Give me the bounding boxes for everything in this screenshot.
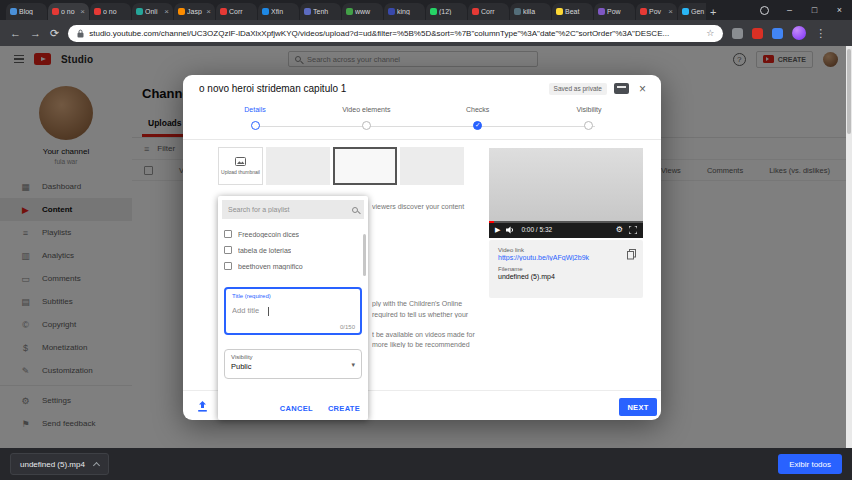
player-progress-bar[interactable] bbox=[489, 221, 643, 223]
tab-favicon-icon bbox=[346, 8, 353, 15]
stepper-line bbox=[255, 126, 595, 127]
fullscreen-icon[interactable] bbox=[629, 226, 637, 234]
stepper-step[interactable]: Visibility ✓ bbox=[543, 106, 635, 138]
step-label: Details bbox=[209, 106, 301, 117]
browser-tab[interactable]: Pow bbox=[594, 3, 635, 20]
close-dialog-icon[interactable]: × bbox=[636, 82, 649, 96]
char-counter: 0/150 bbox=[340, 324, 355, 330]
playlist-option[interactable]: beethoven magnifico bbox=[224, 258, 362, 274]
page-scrollbar[interactable] bbox=[846, 46, 852, 448]
thumbnail-option[interactable] bbox=[400, 147, 464, 185]
address-bar[interactable]: ☆ bbox=[68, 25, 723, 42]
tab-title: king bbox=[397, 8, 419, 15]
browser-menu-icon[interactable]: ⋮ bbox=[815, 28, 826, 39]
browser-tab[interactable]: king bbox=[384, 3, 425, 20]
url-input[interactable] bbox=[89, 29, 701, 38]
tab-list: Blog o no × o no Onli bbox=[6, 3, 706, 20]
create-playlist-button[interactable]: CREATE bbox=[328, 404, 360, 413]
extension-icon[interactable] bbox=[752, 28, 763, 39]
step-circle-icon: ✓ bbox=[362, 121, 371, 130]
tab-favicon-icon bbox=[682, 8, 689, 15]
playlist-actions: CANCEL CREATE bbox=[280, 404, 360, 413]
tab-close-icon[interactable]: × bbox=[80, 8, 85, 16]
step-label: Checks bbox=[432, 106, 524, 117]
thumbnail-option[interactable] bbox=[266, 147, 330, 185]
playlist-search-input[interactable] bbox=[228, 206, 348, 213]
player-settings-icon[interactable]: ⚙ bbox=[616, 226, 623, 234]
back-icon[interactable]: ← bbox=[10, 28, 21, 39]
tab-favicon-icon bbox=[598, 8, 605, 15]
download-item[interactable]: undefined (5).mp4 bbox=[10, 453, 109, 475]
chevron-up-icon[interactable] bbox=[93, 461, 100, 468]
tab-close-icon[interactable]: × bbox=[668, 8, 673, 16]
checkbox-icon[interactable] bbox=[224, 230, 232, 238]
browser-tab[interactable]: (12) bbox=[426, 3, 467, 20]
lock-icon bbox=[77, 29, 84, 38]
tab-close-icon[interactable]: × bbox=[164, 8, 169, 16]
browser-profile-avatar[interactable] bbox=[792, 26, 806, 40]
browser-tab[interactable]: Gen bbox=[678, 3, 706, 20]
tab-title: Blog bbox=[19, 8, 41, 15]
new-playlist-title-field[interactable]: Title (required) 0/150 bbox=[224, 287, 362, 335]
details-text-fragment: ply with the Children's Online bbox=[372, 300, 485, 307]
browser-tab[interactable]: Tenh bbox=[300, 3, 341, 20]
browser-tab[interactable]: o no × bbox=[48, 3, 89, 20]
checkbox-icon[interactable] bbox=[224, 262, 232, 270]
show-all-downloads-button[interactable]: Exibir todos bbox=[778, 454, 842, 474]
thumbnail-option-selected[interactable] bbox=[333, 147, 397, 185]
tab-favicon-icon bbox=[304, 8, 311, 15]
browser-tab[interactable]: Xfin bbox=[258, 3, 299, 20]
browser-user-icon[interactable] bbox=[760, 6, 769, 15]
upload-thumbnail-button[interactable]: Upload thumbnail bbox=[218, 147, 263, 185]
bookmark-star-icon[interactable]: ☆ bbox=[706, 28, 714, 38]
playlist-search[interactable] bbox=[222, 200, 364, 219]
playlist-scrollbar[interactable] bbox=[363, 234, 366, 276]
browser-tab[interactable]: o no bbox=[90, 3, 131, 20]
browser-tab[interactable]: Jasp × bbox=[174, 3, 215, 20]
reload-icon[interactable]: ⟳ bbox=[50, 28, 59, 39]
tab-title: Xfin bbox=[271, 8, 293, 15]
playlist-option[interactable]: tabela de loterias bbox=[224, 242, 362, 258]
browser-tab[interactable]: Corr bbox=[468, 3, 509, 20]
stepper-step[interactable]: Video elements ✓ bbox=[320, 106, 412, 138]
video-link[interactable]: https://youtu.be/iyAFqWj2b9k bbox=[498, 254, 626, 261]
browser-tab[interactable]: Onli × bbox=[132, 3, 173, 20]
play-icon[interactable]: ▶ bbox=[495, 226, 500, 233]
player-progress-played bbox=[489, 221, 494, 223]
tab-title: Corr bbox=[481, 8, 503, 15]
scrollbar-thumb[interactable] bbox=[847, 49, 851, 134]
tab-favicon-icon bbox=[514, 8, 521, 15]
volume-icon[interactable] bbox=[506, 226, 515, 234]
tab-close-icon[interactable]: × bbox=[206, 8, 211, 16]
tab-strip: Blog o no × o no Onli bbox=[0, 0, 852, 20]
browser-tab[interactable]: Beat bbox=[552, 3, 593, 20]
tab-title: Onli bbox=[145, 8, 162, 15]
extension-icon[interactable] bbox=[732, 28, 743, 39]
browser-tab[interactable]: killa bbox=[510, 3, 551, 20]
feedback-icon[interactable] bbox=[614, 83, 629, 94]
close-window-button[interactable]: × bbox=[827, 5, 852, 15]
minimize-button[interactable]: – bbox=[777, 5, 802, 15]
cancel-button[interactable]: CANCEL bbox=[280, 404, 313, 413]
thumbnail-row: Upload thumbnail bbox=[218, 147, 464, 185]
browser-tab[interactable]: Pov × bbox=[636, 3, 677, 20]
visibility-select[interactable]: Visibility Public ▾ bbox=[224, 349, 362, 379]
maximize-button[interactable]: □ bbox=[802, 5, 827, 15]
extension-icon[interactable] bbox=[772, 28, 783, 39]
copy-icon[interactable] bbox=[627, 249, 636, 260]
tab-favicon-icon bbox=[430, 8, 437, 15]
title-input[interactable] bbox=[232, 306, 354, 315]
video-info-box: Video link https://youtu.be/iyAFqWj2b9k … bbox=[489, 240, 643, 298]
browser-tab[interactable]: www bbox=[342, 3, 383, 20]
step-label: Visibility bbox=[543, 106, 635, 117]
browser-tab[interactable]: Corr bbox=[216, 3, 257, 20]
browser-tab[interactable]: Blog bbox=[6, 3, 47, 20]
forward-icon[interactable]: → bbox=[30, 28, 41, 39]
playlist-option[interactable]: Freedogecoin dices bbox=[224, 226, 362, 242]
stepper-step[interactable]: Details ✓ bbox=[209, 106, 301, 138]
next-button[interactable]: NEXT bbox=[619, 398, 657, 416]
tab-title: o no bbox=[103, 8, 125, 15]
new-tab-button[interactable]: + bbox=[710, 6, 716, 18]
checkbox-icon[interactable] bbox=[224, 246, 232, 254]
stepper-step[interactable]: Checks ✓ bbox=[432, 106, 524, 138]
